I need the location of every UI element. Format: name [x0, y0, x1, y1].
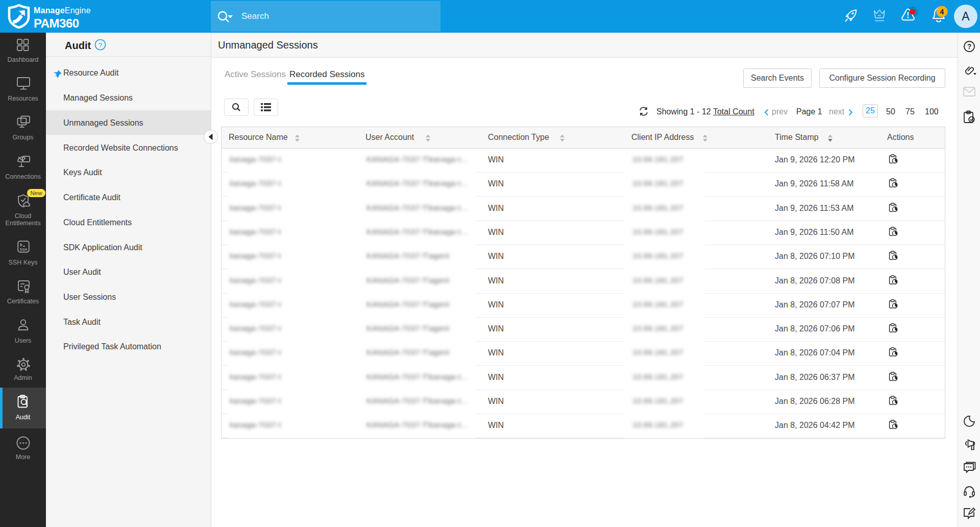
svg-text:4: 4: [940, 8, 944, 16]
svg-text:?: ?: [99, 41, 103, 49]
svg-text:SSH: SSH: [20, 248, 27, 251]
svg-text:?: ?: [967, 42, 972, 51]
